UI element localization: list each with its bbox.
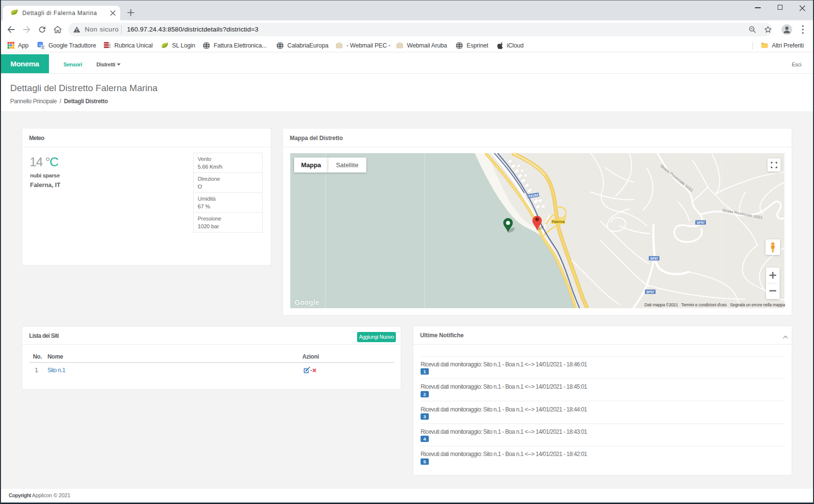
svg-text:SP97: SP97 <box>646 290 655 294</box>
svg-text:SP97: SP97 <box>650 257 658 260</box>
svg-text:文: 文 <box>41 45 45 49</box>
svg-text:SP97: SP97 <box>697 221 705 224</box>
svg-text:Falerna: Falerna <box>552 220 565 224</box>
